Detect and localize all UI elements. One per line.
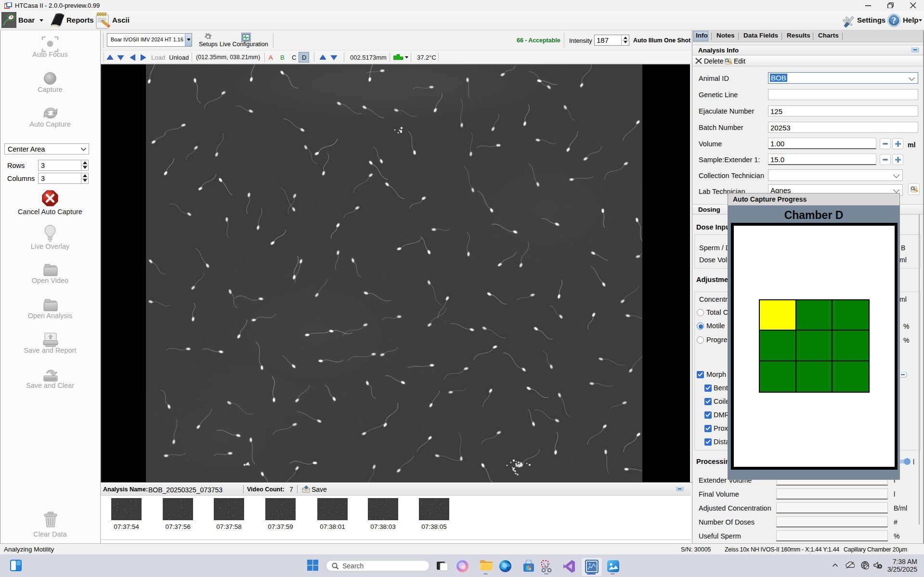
svg-text:?: ? bbox=[892, 15, 897, 26]
